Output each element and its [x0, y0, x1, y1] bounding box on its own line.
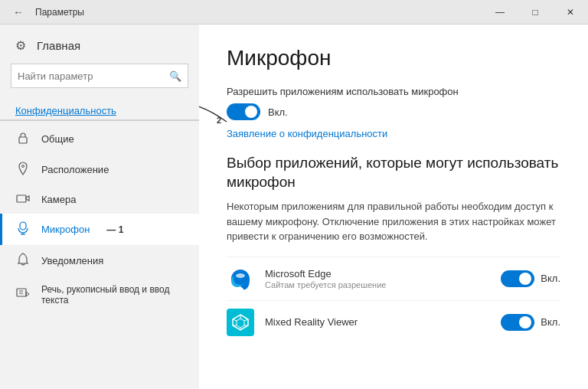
sidebar-item-label-camera: Камера — [41, 194, 76, 205]
app-item-mixed-reality: Mixed Reality Viewer Вкл. — [227, 300, 560, 344]
edge-app-name: Microsoft Edge — [265, 268, 501, 279]
sidebar-item-label-microphone: Микрофон — [41, 224, 90, 235]
sidebar-item-label-notifications: Уведомления — [41, 255, 103, 266]
permission-label: Разрешить приложениям использовать микро… — [227, 86, 560, 97]
privacy-link[interactable]: Заявление о конфиденциальности — [227, 128, 387, 139]
mixed-reality-toggle-label: Вкл. — [541, 316, 560, 328]
minimize-button[interactable]: — — [482, 0, 518, 25]
page-title: Микрофон — [227, 46, 560, 70]
main-layout: ⚙ Главная 🔍 Конфиденциальность Общие — [0, 25, 588, 389]
lock-icon — [15, 132, 31, 146]
edge-toggle-area: Вкл. — [501, 270, 560, 287]
svg-point-11 — [236, 273, 245, 278]
svg-point-1 — [22, 165, 24, 168]
edge-toggle-knob — [519, 273, 531, 285]
svg-text:2: 2 — [217, 116, 221, 123]
notification-icon — [15, 253, 31, 269]
svg-rect-0 — [19, 137, 27, 143]
sidebar-home-label: Главная — [37, 39, 80, 52]
sidebar-item-camera[interactable]: Камера — [0, 185, 199, 214]
main-toggle-row: Вкл. — [227, 103, 560, 120]
svg-rect-3 — [20, 222, 26, 230]
edge-app-sub: Сайтам требуется разрешение — [265, 280, 501, 289]
apps-section-desc: Некоторым приложениям для правильной раб… — [227, 199, 560, 244]
arrow-annotation-2: 2 — [199, 100, 230, 123]
edge-toggle-label: Вкл. — [541, 273, 560, 284]
mixed-reality-app-name: Mixed Reality Viewer — [265, 316, 501, 328]
sidebar-item-general[interactable]: Общие — [0, 124, 199, 154]
sidebar-item-notifications[interactable]: Уведомления — [0, 245, 199, 276]
home-icon: ⚙ — [15, 38, 26, 53]
sidebar-item-label-speech: Речь, рукописный ввод и ввод текста — [41, 284, 184, 306]
apps-section-title: Выбор приложений, которые могут использо… — [227, 154, 560, 191]
content-area: Микрофон Разрешить приложениям использов… — [199, 25, 588, 389]
sidebar-item-microphone[interactable]: Микрофон — 1 — [0, 214, 199, 245]
search-icon: 🔍 — [169, 70, 181, 82]
location-icon — [15, 162, 31, 178]
section-divider — [0, 119, 199, 121]
edge-toggle[interactable] — [501, 270, 534, 287]
section-header-privacy[interactable]: Конфиденциальность — [0, 100, 199, 119]
svg-rect-6 — [17, 289, 26, 296]
titlebar-left: ← Параметры — [9, 3, 84, 21]
titlebar-title: Параметры — [35, 7, 84, 18]
mixed-reality-toggle[interactable] — [501, 314, 534, 331]
sidebar: ⚙ Главная 🔍 Конфиденциальность Общие — [0, 25, 199, 389]
sidebar-item-location[interactable]: Расположение — [0, 154, 199, 185]
edge-app-info: Microsoft Edge Сайтам требуется разрешен… — [265, 268, 501, 289]
back-button[interactable]: ← — [9, 3, 28, 21]
search-box: 🔍 — [11, 64, 188, 88]
toggle-knob — [245, 106, 257, 118]
camera-icon — [15, 193, 31, 206]
main-toggle-label: Вкл. — [268, 106, 288, 118]
titlebar: ← Параметры — □ ✕ — [0, 0, 588, 25]
mixed-reality-toggle-area: Вкл. — [501, 314, 560, 331]
svg-rect-2 — [17, 195, 26, 202]
annotation-area: 2 Заявление о конфиденциальности — [227, 125, 560, 140]
main-microphone-toggle[interactable] — [227, 103, 260, 120]
sidebar-home[interactable]: ⚙ Главная — [0, 25, 199, 64]
close-button[interactable]: ✕ — [553, 0, 588, 25]
edge-icon — [227, 265, 254, 293]
search-input[interactable] — [18, 70, 169, 82]
annotation-1-badge: — 1 — [106, 224, 123, 235]
microphone-icon — [15, 221, 31, 237]
maximize-button[interactable]: □ — [518, 0, 553, 25]
mixed-reality-icon — [227, 309, 254, 336]
app-item-edge: Microsoft Edge Сайтам требуется разрешен… — [227, 257, 560, 300]
mixed-reality-app-info: Mixed Reality Viewer — [265, 316, 501, 329]
speech-icon — [15, 288, 31, 302]
sidebar-item-label-general: Общие — [41, 133, 74, 145]
sidebar-item-label-location: Расположение — [41, 164, 109, 175]
mixed-reality-toggle-knob — [519, 316, 531, 329]
sidebar-item-speech[interactable]: Речь, рукописный ввод и ввод текста — [0, 276, 199, 313]
titlebar-controls: — □ ✕ — [482, 0, 588, 25]
